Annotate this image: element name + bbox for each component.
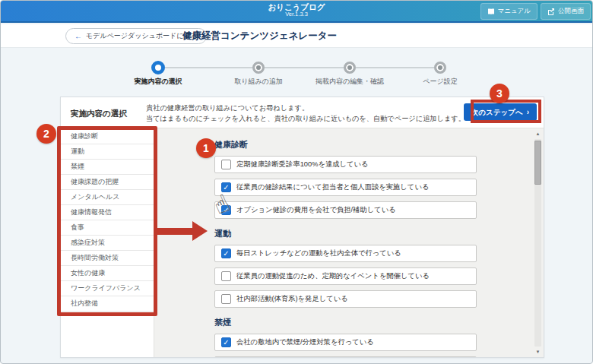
checkbox-label: 会社の敷地内で禁煙/分煙対策を行っている <box>236 337 374 347</box>
manual-button-label: マニュアル <box>498 7 531 16</box>
public-screen-button[interactable]: 公開画面 <box>541 3 591 20</box>
app-header: おりこうブログ Ver.1.3.3 マニュアル 公開画面 <box>1 1 592 23</box>
step-label-3: 掲載内容の編集・確認 <box>316 77 384 87</box>
checkbox-row[interactable]: ✓ 従業員の運動促進のため、定期的なイベントを開催している <box>214 267 477 285</box>
panel-description: 貴社の健康経営の取り組みについてお尋ねします。 当てはまるものにチェックを入れる… <box>146 103 465 124</box>
step-dot-4 <box>434 62 446 74</box>
section-title-kenkoshindan: 健康診断 <box>214 139 477 150</box>
app-window: おりこうブログ Ver.1.3.3 マニュアル 公開画面 ← モデルページダッシ… <box>0 0 593 364</box>
checkbox-row[interactable]: ✓ 社内部活動(体育系)を発足している <box>214 290 477 308</box>
back-button-label: モデルページダッシュボードに戻る <box>86 31 198 41</box>
checkbox-sections: 健康診断 ✓ 定期健康診断受診率100%を達成している ✓ 従業員の健診結果につ… <box>214 128 477 357</box>
public-screen-button-label: 公開画面 <box>558 7 584 16</box>
manual-button[interactable]: マニュアル <box>480 3 538 20</box>
checkbox[interactable]: ✓ <box>221 294 231 304</box>
scroll-down-icon[interactable]: ▼ <box>534 350 542 354</box>
section-title-undo: 運動 <box>214 228 477 239</box>
book-icon <box>487 8 495 15</box>
checkbox[interactable]: ✓ <box>221 337 231 347</box>
annotation-box-next-button <box>471 100 541 123</box>
panel-section-label: 実施内容の選択 <box>71 109 127 119</box>
step-label-2: 取り組みの追加 <box>234 77 283 87</box>
checkbox-row[interactable]: ✓ 会社で禁煙日を設定している <box>214 356 477 357</box>
annotation-box-sidebar <box>57 126 157 316</box>
step-dot-3 <box>344 62 356 74</box>
check-icon: ✓ <box>222 249 230 258</box>
left-arrow-icon: ← <box>75 32 82 40</box>
step-connector <box>165 67 252 68</box>
step-dot-1 <box>151 61 165 74</box>
scroll-up-icon[interactable]: ▲ <box>534 131 542 136</box>
vertical-scrollbar: ▲ ▼ <box>534 130 542 356</box>
checkbox-row[interactable]: ✓ 会社の敷地内で禁煙/分煙対策を行っている <box>214 334 477 351</box>
scrollbar-thumb[interactable] <box>534 141 541 185</box>
checkbox-row[interactable]: ✓ 毎日ストレッチなどの運動を社内全体で行っている <box>214 245 477 262</box>
annotation-arrow-shaft <box>157 228 193 235</box>
checkbox-label: 定期健康診断受診率100%を達成している <box>236 160 369 169</box>
check-icon: ✓ <box>222 338 230 347</box>
external-link-icon <box>547 8 555 15</box>
section-title-kinen: 禁煙 <box>214 317 477 328</box>
checkbox-label: 従業員の運動促進のため、定期的なイベントを開催している <box>236 271 430 281</box>
checkbox-scroll-area: 健康診断 ✓ 定期健康診断受診率100%を達成している ✓ 従業員の健診結果につ… <box>154 128 544 357</box>
description-line-2: 当てはまるものにチェックを入れると、貴社の取り組みに近いものを、自動でページに追… <box>146 113 465 124</box>
app-title-block: おりこうブログ Ver.1.3.3 <box>268 2 325 18</box>
checkbox-label: オプション健診の費用を会社で負担/補助している <box>236 205 396 215</box>
step-dot-2 <box>252 62 265 74</box>
annotation-badge-2: 2 <box>36 124 56 144</box>
checkbox-label: 毎日ストレッチなどの運動を社内全体で行っている <box>236 248 401 258</box>
description-line-1: 貴社の健康経営の取り組みについてお尋ねします。 <box>146 103 465 113</box>
checkbox-label: 社内部活動(体育系)を発足している <box>236 294 348 304</box>
checkbox[interactable]: ✓ <box>221 271 231 281</box>
step-connector <box>265 67 344 68</box>
checkbox[interactable]: ✓ <box>221 160 231 169</box>
app-version: Ver.1.3.3 <box>268 11 325 18</box>
checkbox-row[interactable]: ✓ オプション健診の費用を会社で負担/補助している <box>214 201 477 219</box>
checkbox[interactable]: ✓ <box>221 248 231 258</box>
checkbox-label: 従業員の健診結果について担当者と個人面談を実施している <box>236 182 429 192</box>
annotation-badge-1: 1 <box>196 138 216 158</box>
step-label-4: ページ設定 <box>423 77 457 87</box>
toolbar: ← モデルページダッシュボードに戻る 健康経営コンテンツジェネレーター <box>1 24 592 48</box>
checkbox-row[interactable]: ✓ 定期健康診断受診率100%を達成している <box>214 156 477 173</box>
annotation-badge-3: 3 <box>490 84 509 103</box>
header-buttons: マニュアル 公開画面 <box>480 3 591 20</box>
step-label-1: 実施内容の選択 <box>134 77 182 87</box>
step-connector <box>356 67 434 68</box>
checkbox-row[interactable]: ✓ 従業員の健診結果について担当者と個人面談を実施している <box>214 179 477 196</box>
page-title: 健康経営コンテンツジェネレーター <box>182 24 337 48</box>
annotation-arrow-icon <box>192 221 208 241</box>
